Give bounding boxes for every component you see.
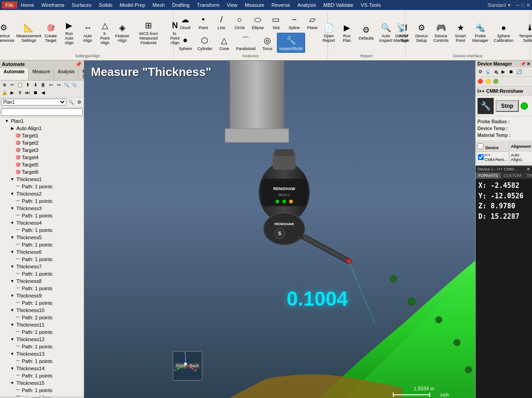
temp-settings-btn[interactable]: 🌡TemperatureSettings [517, 20, 532, 45]
menu-vs[interactable]: VS-Tools [357, 1, 384, 9]
tree-thickness5-path[interactable]: 〰Path: 1 points [0, 241, 84, 248]
sphere-btn[interactable]: ●Sphere [176, 33, 194, 53]
line-btn[interactable]: /Line [213, 12, 230, 32]
run-auto-align-btn[interactable]: ▶Run AutoAlign [60, 18, 79, 47]
cone-btn[interactable]: △Cone [216, 33, 233, 53]
tree-thickness14-path[interactable]: 〰Path: 1 points [0, 372, 84, 379]
tree-target1[interactable]: 🎯Target1 [0, 132, 84, 139]
tool-delete[interactable]: 🗑 [40, 81, 47, 89]
menu-model-prep[interactable]: Model Prep [116, 1, 149, 9]
search-input[interactable] [1, 108, 83, 116]
slot-btn[interactable]: ▭Slot [267, 12, 285, 32]
tree-thickness10[interactable]: ▼Thickness10 [0, 307, 84, 314]
menu-view[interactable]: View [223, 1, 241, 9]
tree-thickness8[interactable]: ▼Thickness8 [0, 277, 84, 285]
tree-thickness12-path[interactable]: 〰Path: 1 points [0, 343, 84, 350]
tool-cut[interactable]: ✂ [9, 81, 16, 89]
open-report-btn[interactable]: 📄OpenReport [320, 20, 337, 45]
tree-thickness13[interactable]: ▼Thickness13 [0, 350, 84, 358]
tree-thickness11-path[interactable]: 〰Path: 1 points [0, 328, 84, 336]
tool-pause[interactable]: ⏸ [16, 89, 24, 96]
file-menu[interactable]: File [2, 1, 17, 9]
tool-redo[interactable]: ↪ [55, 81, 62, 89]
tree-thickness8-path[interactable]: 〰Path: 1 points [0, 285, 84, 292]
menu-wireframe[interactable]: Wireframe [38, 1, 68, 9]
device-row-checkbox[interactable] [478, 154, 484, 160]
menu-analysis[interactable]: Analysis [294, 1, 320, 9]
tool-stop[interactable]: ⏹ [32, 89, 39, 96]
tree-thickness3[interactable]: ▼Thickness3 [0, 205, 84, 212]
tree-thickness7-path[interactable]: 〰Path: 1 points [0, 270, 84, 277]
3point-align-btn[interactable]: △3-PointAlign [97, 18, 113, 47]
sphere-calibration-btn[interactable]: ●SphereCalibration [492, 20, 516, 45]
tree-target3[interactable]: 🎯Target3 [0, 146, 84, 154]
smart-point-btn[interactable]: ★SmartPoint [452, 20, 469, 45]
device-manager-btn[interactable]: 📡DeviceManager [391, 20, 412, 45]
device-tool5[interactable]: ⏹ [507, 68, 515, 76]
tool-prev[interactable]: ◀ [40, 89, 47, 96]
tree-target2[interactable]: 🎯Target2 [0, 139, 84, 146]
plan-dropdown[interactable]: Plan1 [1, 99, 66, 106]
tool-lock[interactable]: 🔒 [1, 89, 8, 96]
menu-transform[interactable]: Transform [193, 1, 223, 9]
ellipse-btn[interactable]: ⬭Ellipse [249, 12, 266, 32]
inspect-build-btn[interactable]: 🔧Inspect/Build [277, 33, 305, 53]
device-tool4[interactable]: ▶ [500, 68, 507, 76]
device-tool8[interactable]: 🟡 [484, 78, 492, 85]
tab-analysis[interactable]: Analysis [54, 68, 79, 80]
tree-thickness4[interactable]: ▼Thickness4 [0, 219, 84, 227]
device-setup-btn[interactable]: ⚙DeviceSetup [413, 20, 430, 45]
vericut-preferences-btn[interactable]: ⚙VericutPreferences [0, 20, 15, 45]
probe-manager-btn[interactable]: 🔩ProbeManager [470, 20, 491, 45]
wcs-measured-btn[interactable]: ⊞WCS fromMeasured Features [131, 18, 166, 47]
readout-close[interactable]: ✕ [527, 167, 530, 171]
device-tool9[interactable]: 🟢 [492, 78, 499, 85]
tool-up[interactable]: ⬆ [24, 81, 31, 89]
tree-thickness14[interactable]: ▼Thickness14 [0, 365, 84, 372]
tree-thickness6[interactable]: ▼Thickness6 [0, 248, 84, 256]
right-panel-close[interactable]: ✕ [527, 61, 530, 66]
menu-mbd[interactable]: MBD Validate [320, 1, 357, 9]
tree-thickness13-path[interactable]: 〰Path: 1 points [0, 358, 84, 365]
tool-pin[interactable]: 📎 [70, 81, 78, 89]
tree-thickness4-path[interactable]: 〰Path: 1 points [0, 227, 84, 234]
device-checkbox[interactable] [477, 143, 483, 149]
tool-find[interactable]: 🔍 [63, 81, 70, 89]
defaults-btn[interactable]: ⚙Defaults [356, 22, 376, 42]
menu-home[interactable]: Home [17, 1, 38, 9]
tree-thickness2-path[interactable]: 〰Path: 1 points [0, 197, 84, 205]
tree-thickness11[interactable]: ▼Thickness11 [0, 321, 84, 328]
menu-measure[interactable]: Measure [241, 1, 268, 9]
tree-thickness12[interactable]: ▼Thickness12 [0, 336, 84, 343]
feature-align-btn[interactable]: ◈FeatureAlign [114, 20, 130, 45]
tool-play[interactable]: ▶ [9, 89, 16, 96]
plane-btn[interactable]: ▱Plane [304, 12, 321, 32]
tool-undo[interactable]: ↩ [47, 81, 55, 89]
menu-surfaces[interactable]: Surfaces [68, 1, 95, 9]
spline-btn[interactable]: ~Spline [286, 12, 303, 32]
tree-thickness10-path[interactable]: 〰Path: 2 points [0, 314, 84, 321]
run-plan-btn[interactable]: ▶RunPlan [338, 20, 356, 45]
tree-thickness15[interactable]: ▼Thickness15 [0, 379, 84, 387]
torus-btn[interactable]: ◎Torus [259, 33, 276, 53]
tool-next[interactable]: ⏭ [24, 89, 31, 96]
tool-down[interactable]: ⬇ [32, 81, 39, 89]
tree-thickness9-path[interactable]: 〰Path: 1 points [0, 299, 84, 307]
tree-auto-align1[interactable]: ▶ Auto Align1 [0, 125, 84, 132]
tab-measure[interactable]: Measure [29, 68, 54, 80]
paraboloid-btn[interactable]: ⌒Paraboloid [234, 33, 258, 53]
stop-button[interactable]: Stop [496, 100, 519, 112]
left-panel-pin[interactable]: 📌 [75, 61, 82, 67]
tree-thickness3-path[interactable]: 〰Path: 1 points [0, 212, 84, 219]
device-tool7[interactable]: 🔴 [477, 78, 484, 85]
device-tool3[interactable]: 🔌 [492, 68, 499, 76]
cylinder-btn[interactable]: ⬡Cylinder [195, 33, 215, 53]
tree-thickness1-path[interactable]: 〰Path: 1 points [0, 183, 84, 190]
tree-thickness2[interactable]: ▼Thickness2 [0, 190, 84, 197]
measurement-settings-btn[interactable]: 📐MeasurementSettings [16, 20, 41, 45]
tab-automate[interactable]: Automate [0, 68, 29, 80]
plan-settings-btn[interactable]: ⚙ [75, 99, 83, 106]
tree-thickness9[interactable]: ▼Thickness9 [0, 292, 84, 299]
tree-thickness7[interactable]: ▼Thickness7 [0, 263, 84, 270]
tool-copy[interactable]: 📋 [16, 81, 24, 89]
